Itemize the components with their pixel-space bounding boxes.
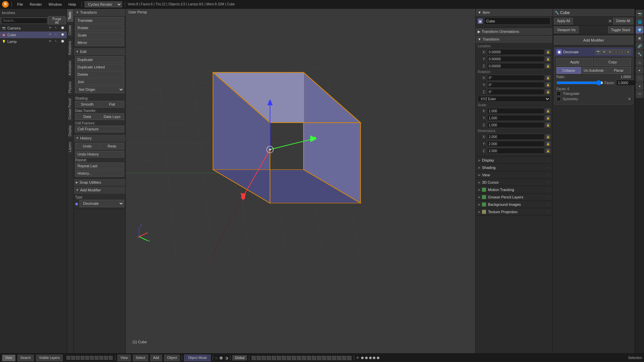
view-section[interactable]: ▶ View ⋯ (476, 171, 552, 179)
tab-physics[interactable]: Physics (67, 78, 73, 96)
planar-tab[interactable]: Planar (606, 67, 631, 74)
select-button[interactable]: Select (133, 355, 148, 361)
transform-orient-header[interactable]: ▶ Transform Orientations (476, 28, 552, 35)
rot-z-input[interactable] (487, 89, 544, 95)
smooth-button[interactable]: Smooth (75, 101, 99, 108)
triangulate-checkbox[interactable] (556, 92, 561, 96)
menu-file[interactable]: File (14, 2, 26, 7)
rot-y-lock[interactable]: 🔒 (546, 82, 550, 87)
translate-button[interactable]: Translate (75, 17, 124, 24)
dim-z-input[interactable] (487, 148, 544, 154)
loc-y-input[interactable] (487, 56, 544, 62)
prop-icon-render[interactable]: 📷 (636, 10, 643, 17)
object-button[interactable]: Object (164, 355, 180, 361)
loc-z-lock[interactable]: 🔒 (546, 64, 550, 68)
tab-tools[interactable]: Tools (67, 9, 73, 22)
display-dots[interactable]: ⋯ (547, 159, 550, 162)
search-button[interactable]: Search (17, 355, 34, 361)
prop-icon-object[interactable]: ▣ (636, 34, 643, 42)
add-modifier-button[interactable]: Add Modifier (554, 36, 633, 45)
object-mode-button[interactable]: Object Mode (184, 355, 211, 361)
delete-all-button[interactable]: Delete All (613, 18, 633, 24)
shading-section[interactable]: ▶ Shading ⋯ (476, 164, 552, 171)
prop-icon-texture[interactable]: ⬛ (636, 74, 643, 82)
cursor-icon[interactable]: ↖ (55, 26, 59, 30)
toggle-stack-button[interactable]: Toggle Stack (608, 26, 633, 33)
view2-button[interactable]: View (117, 355, 131, 361)
scale-button[interactable]: Scale (75, 32, 124, 39)
duplicate-button[interactable]: Duplicate (75, 56, 124, 63)
decimate-up-btn[interactable]: ↑ (613, 49, 619, 55)
texture-proj-section[interactable]: ▶ Texture Projection ⋯ (476, 208, 552, 216)
prop-icon-data[interactable]: △ (636, 58, 643, 66)
eye-icon[interactable]: 👁 (49, 26, 53, 30)
cube-render-icon[interactable]: 🔲 (61, 33, 65, 37)
loc-y-lock[interactable]: 🔒 (546, 57, 550, 61)
decimate-eye-btn[interactable]: 👁 (601, 49, 607, 55)
dim-x-lock[interactable]: 🔒 (546, 134, 550, 139)
dim-y-input[interactable] (487, 141, 544, 147)
undo-history-button[interactable]: Undo History (75, 151, 124, 158)
cursor-3d-section[interactable]: ▶ 3D Cursor ⋯ (476, 179, 552, 186)
decimate-close-btn[interactable]: ✕ (626, 49, 631, 55)
rot-z-lock[interactable]: 🔒 (546, 89, 550, 94)
apply-all-button[interactable]: Apply All (554, 18, 573, 24)
loc-x-lock[interactable]: 🔒 (546, 50, 550, 54)
item-header[interactable]: ▼ Item ⋯ (476, 9, 552, 16)
outliner-search[interactable] (1, 18, 47, 24)
engine-selector[interactable]: Cycles Render Blender Render (85, 1, 122, 7)
undo-button[interactable]: Undo (75, 143, 99, 149)
snap-header[interactable]: ▶ Snap Utilities ⋯ (74, 179, 125, 186)
decimate-render-btn[interactable]: ⟳ (607, 49, 613, 55)
collapse-tab[interactable]: Collapse (556, 67, 581, 74)
set-origin-select[interactable]: Set Origin (75, 86, 124, 93)
purge-all-button[interactable]: Purge All (48, 16, 65, 25)
bg-images-section[interactable]: ▶ Background Images ⋯ (476, 201, 552, 208)
ratio-slider[interactable] (556, 80, 603, 86)
loc-x-input[interactable] (487, 49, 544, 55)
rot-x-input[interactable] (487, 75, 544, 81)
edit-header[interactable]: ▼ Edit ⋯ (74, 48, 125, 55)
view-button[interactable]: View (2, 355, 15, 361)
prop-icon-physics[interactable]: 〜 (636, 90, 643, 98)
viewport-shade2[interactable]: ◑ (225, 356, 228, 360)
tab-display[interactable]: Display (67, 122, 73, 139)
viewport[interactable]: User Persp (126, 9, 475, 353)
join-button[interactable]: Join (75, 78, 124, 85)
decimate-down-btn[interactable]: ↓ (620, 49, 625, 55)
prop-icon-scene[interactable]: 🌐 (636, 18, 643, 25)
tab-grease-pencil[interactable]: Grease Pencil (67, 96, 73, 122)
menu-window[interactable]: Window (46, 2, 64, 7)
shading-dots[interactable]: ⋯ (547, 166, 550, 169)
cube-cursor-icon[interactable]: ↖ (55, 33, 59, 37)
rot-y-input[interactable] (487, 82, 544, 88)
tab-layers[interactable]: Layers (67, 139, 73, 155)
scale-x-input[interactable] (487, 108, 544, 114)
symmetry-checkbox[interactable] (556, 97, 561, 101)
data-button[interactable]: Data (75, 113, 99, 120)
scale-y-lock[interactable]: 🔒 (546, 116, 550, 120)
prop-icon-constraint[interactable]: 🔗 (636, 42, 643, 50)
flat-button[interactable]: Flat (100, 101, 124, 108)
data-layo-button[interactable]: Data Layo (100, 113, 124, 120)
dim-z-lock[interactable]: 🔒 (546, 148, 550, 153)
repeat-last-button[interactable]: Repeat Last (75, 163, 124, 169)
cell-fracture-button[interactable]: Cell Fracture (75, 126, 124, 132)
prop-icon-modifier[interactable]: 🔧 (636, 50, 643, 58)
delete-all-icon[interactable]: ✕ (608, 18, 612, 24)
item-name-input[interactable] (484, 17, 550, 25)
transform-header[interactable]: ▼ Transform ⋯ (74, 9, 125, 16)
sphere-icon[interactable]: ○ (215, 356, 217, 360)
modifier-type-select[interactable]: Decimate (79, 200, 124, 207)
dim-y-lock[interactable]: 🔒 (546, 141, 550, 146)
transform-dots[interactable]: ⋯ (548, 38, 550, 41)
dim-x-input[interactable] (487, 134, 544, 140)
bg-dots[interactable]: ⋯ (547, 203, 550, 206)
scale-z-input[interactable] (487, 122, 544, 128)
rotate-button[interactable]: Rotate (75, 24, 124, 31)
transform-props-header[interactable]: ▼ Transform ⋯ (476, 36, 552, 43)
outliner-item-lamp[interactable]: 💡 Lamp 👁 ↖ 🔲 (0, 38, 67, 45)
tp-dots[interactable]: ⋯ (547, 210, 550, 213)
decimate-camera-btn[interactable]: 📷 (595, 49, 601, 55)
scale-x-lock[interactable]: 🔒 (546, 109, 550, 113)
